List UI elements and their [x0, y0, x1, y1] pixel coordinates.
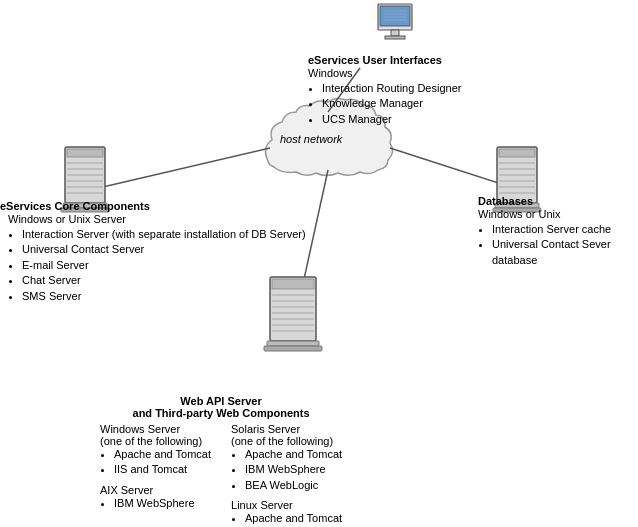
webapi-aix-list: IBM WebSphere: [114, 496, 211, 511]
webapi-solaris-item-1: Apache and Tomcat: [245, 447, 342, 462]
webapi-panel: Web API Server and Third-party Web Compo…: [100, 395, 342, 527]
webapi-solaris-item-2: IBM WebSphere: [245, 462, 342, 477]
svg-rect-5: [380, 6, 410, 26]
diagram-container: host network eServices User Interfaces W…: [0, 0, 638, 527]
webapi-windows-sublabel: (one of the following): [100, 435, 211, 447]
webapi-windows-label: Windows Server: [100, 423, 211, 435]
webapi-solaris-label: Solaris Server: [231, 423, 342, 435]
svg-rect-42: [264, 346, 322, 351]
webapi-solaris-sublabel: (one of the following): [231, 435, 342, 447]
databases-subtitle: Windows or Unix: [478, 208, 638, 220]
webapi-aix-item-1: IBM WebSphere: [114, 496, 211, 511]
eservices-ui-item-2: Knowledge Manager: [322, 96, 461, 111]
eservices-core-item-1: Interaction Server (with separate instal…: [22, 227, 306, 242]
databases-item-2: Universal Contact Sever database: [492, 237, 638, 268]
svg-rect-6: [391, 30, 399, 36]
svg-rect-23: [499, 149, 535, 157]
eservices-ui-heading: eServices User Interfaces: [308, 54, 461, 66]
webapi-windows-column: Windows Server (one of the following) Ap…: [100, 423, 211, 527]
eservices-ui-panel: eServices User Interfaces Windows Intera…: [308, 0, 461, 127]
webapi-solaris-column: Solaris Server (one of the following) Ap…: [231, 423, 342, 527]
webapi-heading: Web API Server: [180, 395, 261, 407]
databases-panel: Databases Windows or Unix Interaction Se…: [478, 195, 638, 268]
webapi-windows-item-2: IIS and Tomcat: [114, 462, 211, 477]
svg-rect-13: [67, 149, 103, 157]
webapi-linux-label: Linux Server: [231, 499, 342, 511]
eservices-core-item-3: E-mail Server: [22, 258, 306, 273]
eservices-ui-item-1: Interaction Routing Designer: [322, 81, 461, 96]
webapi-windows-list: Apache and Tomcat IIS and Tomcat: [114, 447, 211, 478]
databases-item-1: Interaction Server cache: [492, 222, 638, 237]
svg-rect-7: [385, 36, 405, 39]
webapi-solaris-list: Apache and Tomcat IBM WebSphere BEA WebL…: [245, 447, 342, 493]
eservices-ui-item-3: UCS Manager: [322, 112, 461, 127]
eservices-ui-list: Interaction Routing Designer Knowledge M…: [322, 81, 461, 127]
webapi-linux-list: Apache and Tomcat: [245, 511, 342, 526]
webapi-server-icon: [258, 275, 328, 357]
svg-rect-41: [267, 341, 319, 346]
webapi-heading2: and Third-party Web Components: [133, 407, 310, 419]
svg-line-1: [90, 148, 270, 190]
eservices-ui-subtitle: Windows: [308, 67, 461, 79]
eservices-ui-server-icon: [328, 0, 461, 50]
webapi-linux-item-1: Apache and Tomcat: [245, 511, 342, 526]
webapi-aix-label: AIX Server: [100, 484, 211, 496]
cloud-label: host network: [280, 133, 342, 145]
databases-list: Interaction Server cache Universal Conta…: [492, 222, 638, 268]
webapi-solaris-item-3: BEA WebLogic: [245, 478, 342, 493]
databases-heading: Databases: [478, 195, 638, 207]
webapi-windows-item-1: Apache and Tomcat: [114, 447, 211, 462]
eservices-core-item-2: Universal Contact Server: [22, 242, 306, 257]
svg-rect-33: [272, 279, 314, 289]
eservices-core-subtitle: Windows or Unix Server: [8, 213, 306, 225]
eservices-core-heading: eServices Core Components: [0, 200, 306, 212]
